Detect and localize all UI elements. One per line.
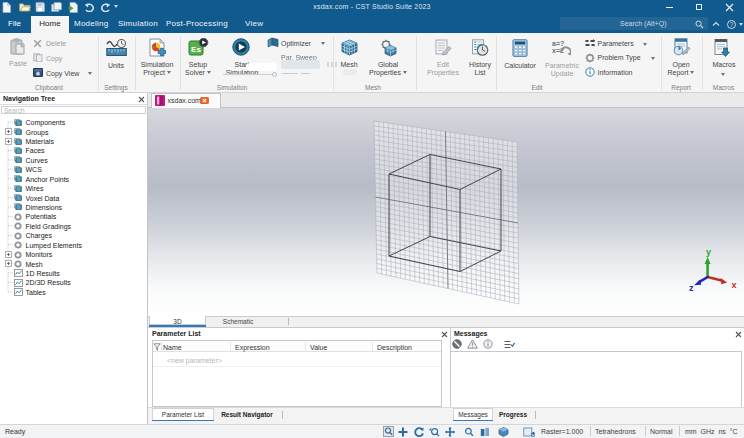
svg-text:x: x xyxy=(732,280,737,290)
svg-text:y: y xyxy=(706,247,711,257)
svg-text:z: z xyxy=(689,283,694,293)
svg-text:a=?: a=? xyxy=(552,40,564,47)
svg-text:Es: Es xyxy=(191,45,201,54)
svg-text:?: ? xyxy=(730,20,734,27)
